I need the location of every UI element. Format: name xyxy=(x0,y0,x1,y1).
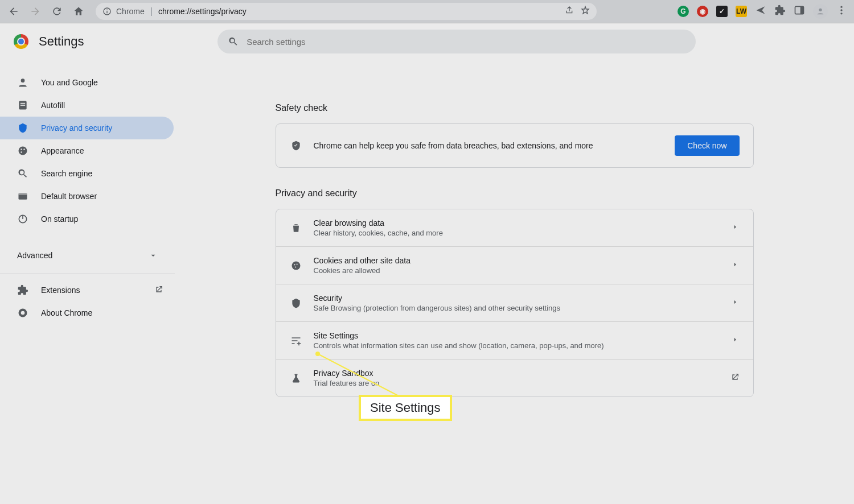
row-title: Cookies and other site data xyxy=(314,256,719,265)
sidebar-item-label: Privacy and security xyxy=(41,123,112,133)
svg-point-5 xyxy=(819,9,822,11)
profile-avatar[interactable] xyxy=(813,4,828,19)
sidebar-item-appearance[interactable]: Appearance xyxy=(0,139,174,162)
address-bar[interactable]: Chrome | chrome://settings/privacy xyxy=(96,3,597,20)
section-privacy-title: Privacy and security xyxy=(276,188,754,199)
svg-point-25 xyxy=(296,263,297,265)
svg-point-26 xyxy=(295,266,296,267)
share-icon[interactable] xyxy=(565,6,574,17)
svg-point-1 xyxy=(106,9,108,10)
home-button[interactable] xyxy=(69,2,88,20)
sidebar-item-label: Extensions xyxy=(41,286,80,295)
forward-button[interactable] xyxy=(26,2,44,20)
svg-rect-2 xyxy=(106,11,107,13)
chevron-right-icon xyxy=(730,260,740,271)
sidebar-item-label: You and Google xyxy=(41,78,98,87)
send-tab-icon[interactable] xyxy=(755,5,766,18)
chevron-right-icon xyxy=(730,222,740,234)
extension-adblock-icon[interactable]: ◉ xyxy=(697,6,708,17)
right-gutter xyxy=(810,23,854,504)
sidebar-item-label: On startup xyxy=(41,214,78,224)
svg-rect-12 xyxy=(20,105,25,106)
sidebar-item-label: Appearance xyxy=(41,146,84,155)
extension-grammarly-icon[interactable]: G xyxy=(678,6,689,17)
tune-icon xyxy=(290,335,302,346)
svg-point-8 xyxy=(840,13,842,14)
sidebar-item-default-browser[interactable]: Default browser xyxy=(0,185,174,208)
svg-point-13 xyxy=(19,147,27,155)
external-link-icon xyxy=(730,373,740,384)
svg-point-7 xyxy=(840,9,842,11)
settings-search[interactable] xyxy=(217,30,696,53)
sidebar-item-label: Autofill xyxy=(41,101,65,110)
svg-point-16 xyxy=(20,151,22,153)
sidebar-item-on-startup[interactable]: On startup xyxy=(0,208,174,230)
svg-point-14 xyxy=(20,148,22,150)
row-sub: Cookies are allowed xyxy=(314,266,719,275)
row-sub: Controls what information sites can use … xyxy=(314,341,719,350)
svg-point-24 xyxy=(294,264,295,265)
row-title: Site Settings xyxy=(314,331,719,340)
row-security[interactable]: SecuritySafe Browsing (protection from d… xyxy=(276,284,753,321)
row-cookies[interactable]: Cookies and other site dataCookies are a… xyxy=(276,246,753,284)
cookie-icon xyxy=(290,260,302,271)
check-now-button[interactable]: Check now xyxy=(675,135,739,156)
sidebar-item-privacy[interactable]: Privacy and security xyxy=(0,117,174,139)
sidebar-item-label: About Chrome xyxy=(41,308,92,317)
chevron-right-icon xyxy=(730,298,740,309)
row-privacy-sandbox[interactable]: Privacy SandboxTrial features are on xyxy=(276,359,753,396)
row-title: Security xyxy=(314,294,719,303)
side-panel-icon[interactable] xyxy=(794,5,805,18)
sidebar-advanced-label: Advanced xyxy=(17,251,52,260)
section-safety-title: Safety check xyxy=(276,103,754,113)
svg-point-6 xyxy=(840,6,842,8)
row-site-settings[interactable]: Site SettingsControls what information s… xyxy=(276,321,753,359)
extension-lw-icon[interactable]: LW xyxy=(736,6,747,17)
row-title: Clear browsing data xyxy=(314,218,719,228)
row-sub: Clear history, cookies, cache, and more xyxy=(314,229,719,237)
chevron-right-icon xyxy=(730,335,740,346)
svg-point-15 xyxy=(23,148,25,150)
safety-text: Chrome can help keep you safe from data … xyxy=(314,141,664,150)
search-icon xyxy=(228,36,239,47)
flask-icon xyxy=(290,373,302,384)
url-prefix: Chrome xyxy=(116,7,145,16)
sidebar-item-search-engine[interactable]: Search engine xyxy=(0,162,174,185)
svg-point-23 xyxy=(291,261,300,270)
sidebar-item-extensions[interactable]: Extensions xyxy=(0,279,174,301)
extension-todoist-icon[interactable]: ✓ xyxy=(716,6,728,17)
sidebar-item-label: Default browser xyxy=(41,192,97,201)
svg-rect-4 xyxy=(800,6,804,14)
svg-rect-20 xyxy=(22,215,23,219)
sidebar-item-about[interactable]: About Chrome xyxy=(0,301,174,324)
extensions-puzzle-icon[interactable] xyxy=(774,5,786,18)
kebab-menu-icon[interactable] xyxy=(836,5,847,18)
toolbar-extensions: G ◉ ✓ LW xyxy=(678,4,849,19)
sidebar-item-autofill[interactable]: Autofill xyxy=(0,94,174,117)
shield-check-icon xyxy=(290,140,302,151)
settings-search-input[interactable] xyxy=(247,37,685,47)
row-clear-browsing-data[interactable]: Clear browsing dataClear history, cookie… xyxy=(276,209,753,246)
chrome-logo-icon xyxy=(14,34,28,49)
sidebar: You and Google Autofill Privacy and secu… xyxy=(0,23,175,504)
sidebar-item-you-and-google[interactable]: You and Google xyxy=(0,71,174,94)
bookmark-icon[interactable] xyxy=(581,6,590,17)
shield-icon xyxy=(290,298,302,309)
site-info-icon[interactable] xyxy=(102,7,112,16)
svg-point-9 xyxy=(21,79,25,82)
row-title: Privacy Sandbox xyxy=(314,369,719,378)
row-sub: Safe Browsing (protection from dangerous… xyxy=(314,304,719,312)
safety-check-card: Chrome can help keep you safe from data … xyxy=(276,123,754,168)
back-button[interactable] xyxy=(5,2,23,20)
reload-button[interactable] xyxy=(48,2,66,20)
callout-label: Site Settings xyxy=(359,395,452,421)
page-title: Settings xyxy=(39,34,84,49)
browser-toolbar: Chrome | chrome://settings/privacy G ◉ ✓… xyxy=(0,0,854,23)
sidebar-item-label: Search engine xyxy=(41,169,92,178)
sidebar-advanced[interactable]: Advanced xyxy=(0,242,175,269)
main-content: Safety check Chrome can help keep you sa… xyxy=(175,23,854,504)
external-link-icon xyxy=(154,285,163,296)
svg-point-22 xyxy=(21,311,25,315)
chevron-down-icon xyxy=(149,251,158,260)
svg-rect-18 xyxy=(19,193,27,195)
